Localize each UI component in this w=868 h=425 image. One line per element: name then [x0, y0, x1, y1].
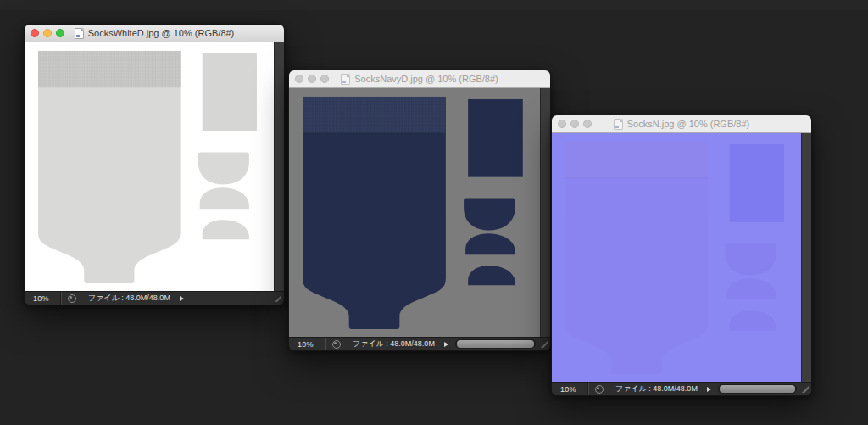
statusbar-divider: [325, 338, 326, 350]
cuff-band-piece: [565, 142, 708, 178]
status-menu-arrow-icon[interactable]: [707, 387, 711, 392]
sock-pattern-normal-map-image: [552, 133, 801, 382]
zoom-level-field[interactable]: 10%: [289, 340, 325, 349]
horizontal-scrollbar[interactable]: [718, 384, 797, 394]
horizontal-scrollbar-thumb[interactable]: [720, 385, 795, 393]
zoom-level-field[interactable]: 10%: [25, 294, 60, 303]
document-content: [25, 42, 284, 291]
traffic-lights: [558, 115, 592, 132]
vertical-scrollbar[interactable]: [540, 88, 550, 337]
close-button[interactable]: [31, 29, 39, 37]
status-menu-arrow-icon[interactable]: [444, 342, 448, 347]
window-title-label: SocksWhiteD.jpg @ 10% (RGB/8#): [88, 25, 235, 42]
document-window-socks-normal: SocksN.jpg @ 10% (RGB/8#) 10% ファイル : 48.…: [551, 115, 812, 396]
close-button[interactable]: [558, 120, 566, 128]
file-size-status: ファイル : 48.0M/48.0M: [83, 293, 175, 304]
heel-piece: [198, 153, 249, 185]
traffic-lights: [31, 25, 64, 42]
resize-grip-icon[interactable]: [799, 383, 811, 394]
cuff-band-texture: [38, 51, 181, 87]
sock-pattern-image: [289, 88, 540, 337]
fabric-swatch-piece: [468, 99, 523, 177]
document-window-socks-white: SocksWhiteD.jpg @ 10% (RGB/8#): [24, 24, 285, 305]
titlebar[interactable]: SocksNavyD.jpg @ 10% (RGB/8#): [289, 70, 550, 88]
status-circle-icon: [68, 294, 76, 303]
toe-piece-upper: [200, 187, 249, 209]
zoom-window-button[interactable]: [56, 29, 64, 37]
cuff-band-texture: [303, 97, 446, 133]
file-size-status: ファイル : 48.0M/48.0M: [610, 383, 703, 394]
sock-pattern-image: [25, 42, 274, 291]
horizontal-scrollbar-thumb[interactable]: [457, 340, 534, 348]
file-size-status: ファイル : 48.0M/48.0M: [348, 338, 440, 350]
fabric-swatch-piece: [730, 144, 784, 222]
canvas[interactable]: [552, 133, 801, 382]
zoom-window-button[interactable]: [583, 120, 592, 128]
horizontal-scrollbar[interactable]: [455, 339, 536, 349]
canvas[interactable]: [25, 42, 274, 291]
status-circle-icon: [332, 340, 341, 349]
document-content: [289, 88, 550, 337]
minimize-button[interactable]: [43, 29, 52, 37]
statusbar: 10% ファイル : 48.0M/48.0M: [552, 382, 811, 395]
zoom-window-button[interactable]: [320, 75, 329, 83]
canvas[interactable]: [289, 88, 540, 337]
traffic-lights: [295, 70, 329, 87]
document-window-socks-navy: SocksNavyD.jpg @ 10% (RGB/8#): [288, 70, 551, 351]
heel-piece: [464, 199, 515, 231]
status-menu-arrow-icon[interactable]: [180, 296, 184, 301]
statusbar-divider: [60, 292, 61, 305]
vertical-scrollbar[interactable]: [801, 133, 811, 382]
document-content: [552, 133, 811, 382]
document-proxy-icon: [614, 119, 623, 130]
resize-grip-icon[interactable]: [538, 338, 550, 350]
statusbar: 10% ファイル : 48.0M/48.0M: [25, 291, 284, 305]
toe-piece-upper: [465, 233, 515, 254]
heel-piece: [726, 243, 776, 276]
minimize-button[interactable]: [570, 120, 579, 128]
status-circle-icon: [595, 385, 604, 394]
toe-piece-upper: [727, 278, 776, 299]
toe-piece-lower: [203, 220, 249, 239]
photoshop-workspace: { "desktop": { "background_color": "#232…: [0, 0, 868, 425]
window-title: SocksN.jpg @ 10% (RGB/8#): [614, 115, 749, 132]
vertical-scrollbar[interactable]: [274, 42, 284, 291]
minimize-button[interactable]: [308, 75, 316, 83]
toe-piece-lower: [730, 310, 776, 330]
document-proxy-icon: [341, 74, 350, 85]
toe-piece-lower: [468, 266, 515, 285]
window-title: SocksWhiteD.jpg @ 10% (RGB/8#): [75, 25, 235, 42]
window-title-label: SocksNavyD.jpg @ 10% (RGB/8#): [354, 70, 498, 87]
titlebar[interactable]: SocksN.jpg @ 10% (RGB/8#): [552, 115, 811, 133]
fabric-swatch-piece: [203, 53, 257, 131]
titlebar[interactable]: SocksWhiteD.jpg @ 10% (RGB/8#): [25, 25, 284, 42]
zoom-level-field[interactable]: 10%: [552, 385, 587, 394]
window-title: SocksNavyD.jpg @ 10% (RGB/8#): [341, 70, 498, 87]
statusbar-divider: [587, 383, 588, 395]
resize-grip-icon[interactable]: [272, 293, 284, 304]
close-button[interactable]: [295, 75, 303, 83]
statusbar: 10% ファイル : 48.0M/48.0M: [289, 337, 550, 350]
document-proxy-icon: [75, 28, 84, 39]
window-title-label: SocksN.jpg @ 10% (RGB/8#): [627, 115, 749, 132]
